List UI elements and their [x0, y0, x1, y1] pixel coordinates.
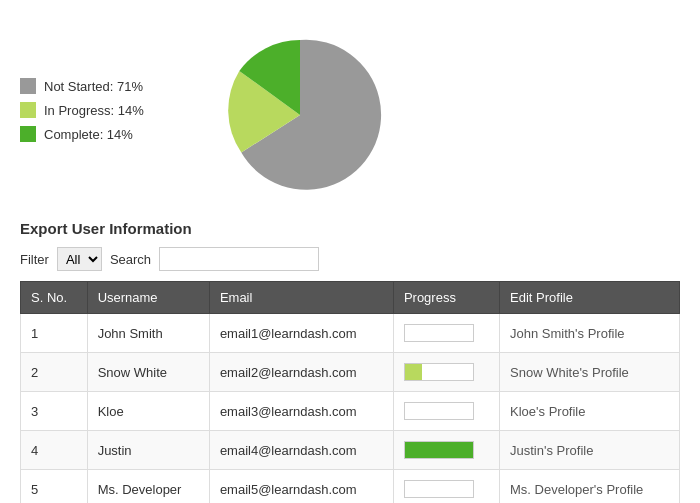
cell-sno: 4 — [21, 431, 88, 470]
profile-link[interactable]: Kloe's Profile — [510, 404, 585, 419]
col-header-email: Email — [209, 282, 393, 314]
cell-username: Snow White — [87, 353, 209, 392]
progress-bar-container — [404, 402, 474, 420]
cell-progress — [393, 470, 499, 504]
user-table: S. No. Username Email Progress Edit Prof… — [20, 281, 680, 503]
cell-sno: 3 — [21, 392, 88, 431]
search-input[interactable] — [159, 247, 319, 271]
progress-bar-container — [404, 324, 474, 342]
cell-edit-profile[interactable]: Snow White's Profile — [500, 353, 680, 392]
table-row: 4Justinemail4@learndash.comJustin's Prof… — [21, 431, 680, 470]
cell-username: Justin — [87, 431, 209, 470]
col-header-username: Username — [87, 282, 209, 314]
cell-username: Ms. Developer — [87, 470, 209, 504]
cell-edit-profile[interactable]: John Smith's Profile — [500, 314, 680, 353]
legend-item-in-progress: In Progress: 14% — [20, 102, 170, 118]
progress-bar-container — [404, 441, 474, 459]
progress-bar-container — [404, 480, 474, 498]
cell-progress — [393, 431, 499, 470]
profile-link[interactable]: Snow White's Profile — [510, 365, 629, 380]
table-row: 2Snow Whiteemail2@learndash.comSnow Whit… — [21, 353, 680, 392]
chart-section: Not Started: 71% In Progress: 14% Comple… — [0, 0, 700, 210]
cell-edit-profile[interactable]: Justin's Profile — [500, 431, 680, 470]
legend-color-in-progress — [20, 102, 36, 118]
progress-bar-container — [404, 363, 474, 381]
cell-edit-profile[interactable]: Ms. Developer's Profile — [500, 470, 680, 504]
legend-label-in-progress: In Progress: 14% — [44, 103, 144, 118]
cell-email: email3@learndash.com — [209, 392, 393, 431]
filter-select[interactable]: All — [57, 247, 102, 271]
cell-progress — [393, 314, 499, 353]
col-header-edit-profile: Edit Profile — [500, 282, 680, 314]
legend-label-not-started: Not Started: 71% — [44, 79, 143, 94]
cell-progress — [393, 353, 499, 392]
filter-label: Filter — [20, 252, 49, 267]
cell-email: email5@learndash.com — [209, 470, 393, 504]
pie-chart — [200, 20, 400, 200]
legend-color-not-started — [20, 78, 36, 94]
cell-edit-profile[interactable]: Kloe's Profile — [500, 392, 680, 431]
col-header-progress: Progress — [393, 282, 499, 314]
cell-username: Kloe — [87, 392, 209, 431]
cell-email: email4@learndash.com — [209, 431, 393, 470]
cell-sno: 1 — [21, 314, 88, 353]
cell-sno: 2 — [21, 353, 88, 392]
col-header-sno: S. No. — [21, 282, 88, 314]
export-title: Export User Information — [20, 220, 680, 237]
table-row: 3Kloeemail3@learndash.comKloe's Profile — [21, 392, 680, 431]
progress-bar-fill — [405, 442, 473, 458]
filter-row: Filter All Search — [20, 247, 680, 271]
legend-item-not-started: Not Started: 71% — [20, 78, 170, 94]
profile-link[interactable]: Ms. Developer's Profile — [510, 482, 643, 497]
progress-bar-fill — [405, 364, 422, 380]
search-label: Search — [110, 252, 151, 267]
cell-progress — [393, 392, 499, 431]
profile-link[interactable]: John Smith's Profile — [510, 326, 624, 341]
profile-link[interactable]: Justin's Profile — [510, 443, 593, 458]
export-section: Export User Information Filter All Searc… — [0, 210, 700, 503]
table-row: 5Ms. Developeremail5@learndash.comMs. De… — [21, 470, 680, 504]
table-header-row: S. No. Username Email Progress Edit Prof… — [21, 282, 680, 314]
cell-sno: 5 — [21, 470, 88, 504]
cell-email: email2@learndash.com — [209, 353, 393, 392]
chart-legend: Not Started: 71% In Progress: 14% Comple… — [20, 78, 170, 142]
legend-color-complete — [20, 126, 36, 142]
cell-username: John Smith — [87, 314, 209, 353]
legend-label-complete: Complete: 14% — [44, 127, 133, 142]
cell-email: email1@learndash.com — [209, 314, 393, 353]
table-row: 1John Smithemail1@learndash.comJohn Smit… — [21, 314, 680, 353]
legend-item-complete: Complete: 14% — [20, 126, 170, 142]
